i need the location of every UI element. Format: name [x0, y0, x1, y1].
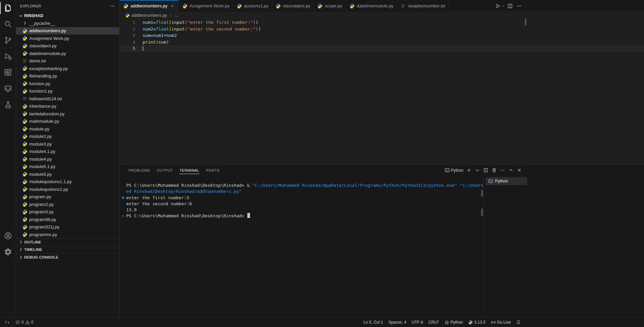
- close-tab-icon[interactable]: [169, 3, 175, 9]
- file-item-helloworld124.txt[interactable]: helloworld124.txt: [16, 95, 119, 103]
- file-label: mathmodule.py: [29, 119, 59, 124]
- terminal-more-actions-button[interactable]: [499, 167, 506, 174]
- file-item-module5.1.py[interactable]: module5.1.py: [16, 163, 119, 171]
- activity-accounts-button[interactable]: [0, 228, 16, 244]
- file-item-lambdafunction.py[interactable]: lambdafunction.py: [16, 110, 119, 118]
- activity-remote-explorer-button[interactable]: [0, 80, 16, 97]
- activity-explorer-button[interactable]: [0, 0, 16, 16]
- panel-tab-output[interactable]: OUTPUT: [155, 165, 175, 176]
- panel-tab-problems[interactable]: PROBLEMS: [127, 165, 152, 176]
- chevron-right-icon: [18, 239, 23, 245]
- breadcrumb-file[interactable]: addtwonumbers.py: [132, 13, 167, 18]
- file-label: helloworld124.txt: [29, 96, 62, 101]
- kill-terminal-button[interactable]: [490, 167, 498, 174]
- split-terminal-button[interactable]: [482, 167, 489, 174]
- tab-Assignment Work.py[interactable]: Assignment Work.py: [179, 0, 233, 12]
- explorer-more-actions-icon[interactable]: [110, 3, 115, 9]
- terminal-scrollbar-mark[interactable]: [481, 209, 483, 216]
- file-item-__pycache__[interactable]: __pycache__: [16, 19, 119, 27]
- activity-settings-button[interactable]: [0, 244, 16, 260]
- activity-testing-button[interactable]: [0, 97, 16, 113]
- tab-addtwonumbers.py[interactable]: addtwonumbers.py: [120, 0, 179, 12]
- panel-tab-ports[interactable]: PORTS: [204, 165, 221, 176]
- file-item-module4.1.py[interactable]: module4.1.py: [16, 148, 119, 156]
- status-end-of-line[interactable]: CRLF: [426, 318, 442, 327]
- new-terminal-button[interactable]: [465, 167, 473, 174]
- braces-icon: {}: [444, 320, 449, 325]
- file-item-module3.py[interactable]: module3.py: [16, 140, 119, 148]
- tab-scope.py[interactable]: scope.py: [314, 0, 346, 12]
- terminal-launch-options-button[interactable]: [474, 167, 481, 174]
- terminal-output[interactable]: PS C:\Users\Muhammed Rinshad\Desktop\Rin…: [120, 176, 483, 317]
- problems-indicator[interactable]: 0 0: [13, 318, 36, 327]
- file-label: program3.py: [29, 209, 54, 214]
- file-item-inheritance.py[interactable]: inheritance.py: [16, 103, 119, 110]
- file-item-module4.py[interactable]: module4.py: [16, 155, 119, 163]
- breadcrumb[interactable]: addtwonumbers.py …: [120, 12, 644, 19]
- status-notifications[interactable]: [513, 318, 524, 327]
- status-encoding[interactable]: UTF-8: [409, 318, 426, 327]
- status-cursor-position[interactable]: Ln 5, Col 1: [361, 318, 386, 327]
- run-options-button[interactable]: [501, 2, 505, 10]
- sidebar-section-debug-console[interactable]: DEBUG CONSOLE: [16, 253, 119, 261]
- file-item-program98.py[interactable]: program98.py: [16, 216, 119, 223]
- file-item-mathmodule.py[interactable]: mathmodule.py: [16, 118, 119, 125]
- file-item-exceptionhanling.py[interactable]: exceptionhanling.py: [16, 65, 119, 72]
- status-indentation[interactable]: Spaces: 4: [386, 318, 409, 327]
- file-item-demo.txt[interactable]: demo.txt: [16, 57, 119, 65]
- editor-more-actions-button[interactable]: [515, 2, 523, 10]
- sidebar-section-timeline[interactable]: TIMELINE: [16, 246, 119, 253]
- python-icon: [468, 320, 473, 325]
- file-item-modulequstions1.1.py[interactable]: modulequstions1.1.py: [16, 178, 119, 186]
- terminal-line: PS C:\Users\Muhammed Rinshad\Desktop\Rin…: [126, 213, 483, 219]
- python-icon: [182, 3, 188, 9]
- file-item-filehandling.py[interactable]: filehandling.py: [16, 72, 119, 80]
- file-label: program98.py: [29, 217, 56, 222]
- status-go-live[interactable]: Go Live: [488, 318, 513, 327]
- code-editor[interactable]: 1num1=float(input("enter the first numbe…: [120, 19, 644, 164]
- python-icon: [22, 232, 28, 237]
- tab-qustions1.py[interactable]: qustions1.py: [233, 0, 272, 12]
- sidebar-section-outline[interactable]: OUTLINE: [16, 238, 119, 246]
- file-item-Assignment Work.py[interactable]: Assignment Work.py: [16, 35, 119, 42]
- play-icon: [495, 3, 501, 9]
- file-item-addtwonumbers.py[interactable]: addtwonumbers.py: [16, 27, 119, 35]
- file-item-classobject.py[interactable]: classobject.py: [16, 42, 119, 50]
- activity-run-and-debug-button[interactable]: [0, 48, 16, 64]
- file-item-datetimemodule.py[interactable]: datetimemodule.py: [16, 50, 119, 57]
- split-editor-button[interactable]: [506, 2, 514, 10]
- file-item-program3.py[interactable]: program3.py: [16, 208, 119, 216]
- folder-rinshad[interactable]: RINSHAD: [16, 12, 119, 19]
- tab-classobject.py[interactable]: classobject.py: [272, 0, 314, 12]
- file-item-programms.py[interactable]: programms.py: [16, 231, 119, 238]
- search-icon: [4, 20, 12, 28]
- file-item-module5.py[interactable]: module5.py: [16, 170, 119, 178]
- panel-tab-terminal[interactable]: TERMINAL: [178, 165, 201, 176]
- tab-swaptwonumber.txt[interactable]: swaptwonumber.txt: [397, 0, 449, 12]
- file-item-function.py[interactable]: function.py: [16, 80, 119, 88]
- run-python-file-button[interactable]: [494, 2, 502, 10]
- file-item-program.py[interactable]: program.py: [16, 193, 119, 201]
- launch-profile-button[interactable]: Python: [444, 167, 464, 174]
- maximize-panel-button[interactable]: [507, 167, 514, 174]
- file-item-function1.py[interactable]: function1.py: [16, 88, 119, 95]
- file-item-module.py[interactable]: module.py: [16, 125, 119, 133]
- file-item-program2.py[interactable]: program2.py: [16, 201, 119, 208]
- python-icon: [22, 209, 28, 215]
- file-label: Assignment Work.py: [29, 36, 69, 41]
- terminal-tab-python[interactable]: Python: [486, 177, 527, 185]
- breadcrumb-symbol[interactable]: …: [174, 13, 179, 18]
- python-icon: [22, 179, 28, 184]
- status-python-interpreter[interactable]: 3.13.5: [465, 318, 488, 327]
- file-item-modulequstions1.py[interactable]: modulequstions1.py: [16, 185, 119, 193]
- activity-source-control-button[interactable]: [0, 32, 16, 48]
- terminal-scrollbar-mark[interactable]: [481, 190, 483, 197]
- status-language-mode[interactable]: {}Python: [442, 318, 465, 327]
- remote-indicator[interactable]: [2, 318, 12, 327]
- file-item-program321j.py[interactable]: program321j.py: [16, 223, 119, 231]
- activity-extensions-button[interactable]: [0, 64, 16, 80]
- close-panel-button[interactable]: [515, 167, 523, 174]
- file-item-module2.py[interactable]: module2.py: [16, 133, 119, 141]
- tab-datetimemodule.py[interactable]: datetimemodule.py: [346, 0, 397, 12]
- activity-search-button[interactable]: [0, 16, 16, 32]
